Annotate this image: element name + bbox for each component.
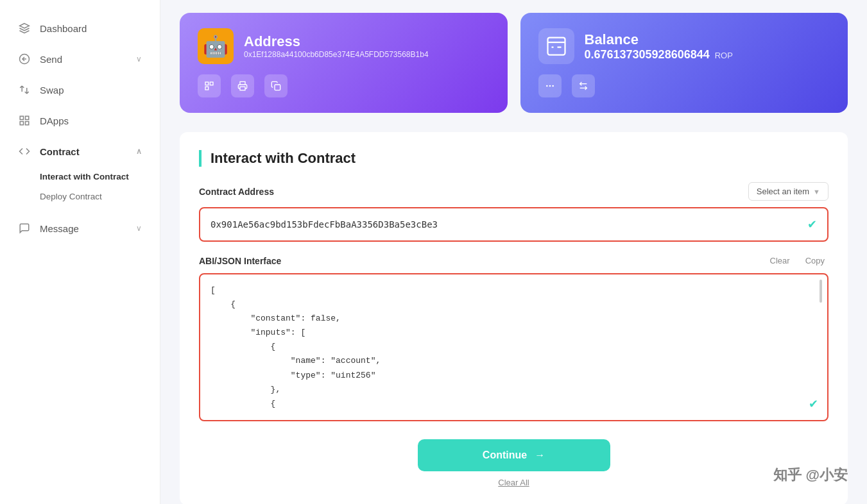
chevron-down-icon: ∨ (136, 55, 142, 63)
sidebar-item-label: Swap (40, 85, 64, 96)
sidebar-item-label: Message (40, 223, 79, 234)
sidebar-sub-deploy[interactable]: Deploy Contract (40, 187, 160, 206)
contract-icon (18, 145, 31, 158)
svg-marker-0 (20, 24, 30, 29)
continue-button[interactable]: Continue → (418, 439, 610, 471)
swap-icon (18, 83, 31, 96)
print-button[interactable] (231, 74, 254, 97)
sidebar-item-dapps[interactable]: DApps (0, 105, 160, 136)
address-card: 🤖 Address 0x1Ef1288a44100cb6D85e374E4A5F… (180, 13, 508, 113)
continue-row: Continue → Clear All (199, 439, 828, 487)
balance-avatar (538, 28, 574, 64)
sidebar-sub-interact[interactable]: Interact with Contract (40, 167, 160, 187)
sidebar-item-label: DApps (40, 115, 69, 126)
arrow-right-icon: → (535, 449, 545, 461)
qr-code-button[interactable] (198, 74, 221, 97)
address-card-icons (198, 74, 490, 97)
abi-textarea[interactable]: [ { "constant": false, "inputs": [ { "na… (199, 273, 828, 421)
clear-all-link[interactable]: Clear All (498, 478, 529, 487)
main-content: 🤖 Address 0x1Ef1288a44100cb6D85e374E4A5F… (160, 0, 867, 504)
svg-rect-11 (275, 85, 280, 90)
contract-address-check-icon: ✔ (807, 217, 817, 231)
svg-point-12 (549, 85, 550, 86)
sidebar-item-dashboard[interactable]: Dashboard (0, 13, 160, 44)
svg-rect-3 (20, 116, 23, 119)
svg-rect-9 (205, 87, 209, 90)
more-options-button[interactable] (538, 74, 562, 97)
balance-card: Balance 0.676137305928606844 ROP (520, 13, 848, 113)
avatar: 🤖 (198, 28, 234, 64)
address-card-title: Address (244, 33, 429, 50)
address-value: 0x1Ef1288a44100cb6D85e374E4A5FDD573568B1… (244, 50, 429, 59)
sidebar: Dashboard Send ∨ Swap DApps Contract ∧ I… (0, 0, 160, 504)
sidebar-item-label: Dashboard (40, 23, 87, 34)
sidebar-item-swap[interactable]: Swap (0, 74, 160, 105)
copy-button[interactable]: Copy (802, 255, 828, 267)
svg-rect-6 (26, 122, 29, 125)
svg-rect-4 (26, 116, 29, 119)
balance-currency: ROP (715, 51, 733, 60)
sidebar-item-label: Send (40, 54, 62, 65)
sidebar-item-contract[interactable]: Contract ∧ (0, 136, 160, 167)
sidebar-item-label: Contract (40, 146, 80, 157)
contract-address-row: Contract Address Select an item ▼ (199, 182, 828, 201)
send-icon (18, 53, 31, 65)
dapps-icon (18, 114, 31, 127)
svg-rect-5 (20, 122, 23, 125)
chevron-down-icon: ∨ (136, 224, 142, 233)
transfer-button[interactable] (572, 74, 595, 97)
balance-card-title: Balance (585, 31, 733, 48)
interact-section: Interact with Contract Contract Address … (180, 132, 848, 504)
svg-rect-8 (210, 82, 213, 85)
svg-point-14 (546, 85, 547, 86)
abi-label: ABI/JSON Interface (199, 256, 281, 266)
contract-address-input[interactable]: 0x901Ae56ac9bd153bFdecFbBaA3356D3Ba5e3cB… (199, 207, 828, 242)
contract-address-label: Contract Address (199, 187, 274, 197)
sidebar-item-message[interactable]: Message ∨ (0, 213, 160, 244)
balance-card-icons (538, 74, 830, 97)
svg-point-13 (553, 85, 553, 86)
message-icon (18, 222, 31, 235)
svg-rect-10 (240, 87, 245, 90)
contract-address-value: 0x901Ae56ac9bd153bFdecFbBaA3356D3Ba5e3cB… (210, 219, 438, 230)
top-cards: 🤖 Address 0x1Ef1288a44100cb6D85e374E4A5F… (180, 13, 848, 113)
scrollbar (820, 280, 822, 303)
page-title: Interact with Contract (199, 150, 828, 167)
balance-value: 0.676137305928606844 ROP (585, 48, 733, 62)
dashboard-icon (18, 22, 31, 35)
abi-field-row: ABI/JSON Interface Clear Copy (199, 255, 828, 267)
svg-rect-7 (205, 82, 209, 85)
clear-button[interactable]: Clear (766, 255, 794, 267)
contract-submenu: Interact with Contract Deploy Contract (0, 167, 160, 206)
abi-actions: Clear Copy (766, 255, 828, 267)
abi-content: [ { "constant": false, "inputs": [ { "na… (210, 283, 817, 411)
select-item-dropdown[interactable]: Select an item ▼ (748, 182, 828, 201)
chevron-up-icon: ∧ (136, 147, 142, 156)
chevron-down-icon: ▼ (813, 188, 820, 196)
abi-check-icon: ✔ (809, 397, 818, 411)
sidebar-item-send[interactable]: Send ∨ (0, 44, 160, 74)
copy-address-button[interactable] (264, 74, 288, 97)
